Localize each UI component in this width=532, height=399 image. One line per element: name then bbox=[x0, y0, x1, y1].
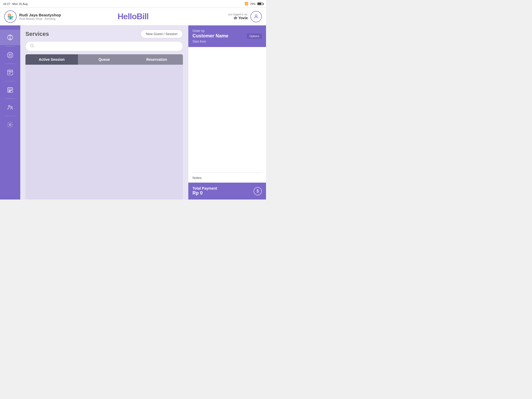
tab-reservation[interactable]: Reservation bbox=[130, 54, 183, 65]
right-panel: Order by Customer Name Options Start fro… bbox=[188, 25, 266, 200]
sidebar-item-settings[interactable] bbox=[0, 117, 20, 132]
total-payment-section: Total Payment Rp 0 $ bbox=[188, 183, 266, 200]
svg-point-9 bbox=[30, 44, 33, 47]
shop-details: Rudi Jaya Beautyshop Rudi Beauty Shop - … bbox=[19, 13, 61, 20]
total-payment-label: Total Payment bbox=[192, 186, 217, 190]
tab-queue[interactable]: Queue bbox=[78, 54, 130, 65]
app-title: HelloBill bbox=[118, 12, 149, 21]
user-name: dr Yovie bbox=[228, 16, 248, 20]
battery-indicator bbox=[257, 2, 263, 5]
user-info: you logged in as, dr Yovie bbox=[228, 13, 248, 20]
sidebar-divider-5 bbox=[5, 116, 15, 116]
notes-section: Notes: bbox=[188, 173, 266, 183]
total-info: Total Payment Rp 0 bbox=[192, 186, 217, 196]
order-list-area bbox=[188, 47, 266, 172]
sidebar-item-services[interactable] bbox=[0, 30, 20, 45]
sidebar-divider-2 bbox=[5, 64, 15, 64]
sidebar-item-calendar[interactable] bbox=[0, 82, 20, 97]
app-header: 🏪 Rudi Jaya Beautyshop Rudi Beauty Shop … bbox=[0, 8, 266, 25]
user-avatar[interactable] bbox=[250, 11, 262, 22]
status-bar: 16:27 Mon 16 Aug 📶 79% bbox=[0, 0, 266, 8]
sidebar bbox=[0, 25, 20, 200]
search-box bbox=[25, 41, 183, 51]
notes-label: Notes: bbox=[192, 176, 202, 180]
search-container bbox=[20, 41, 188, 54]
battery-percent: 79% bbox=[250, 2, 256, 5]
logged-in-label: you logged in as, bbox=[228, 13, 248, 16]
total-amount: Rp 0 bbox=[192, 190, 217, 196]
main-layout: Services New Guest / Session Active Sess… bbox=[0, 25, 266, 200]
tab-content-area bbox=[25, 65, 183, 200]
order-by-row: Customer Name Options bbox=[192, 33, 262, 39]
time-display: 16:27 bbox=[3, 2, 10, 5]
svg-point-2 bbox=[7, 52, 13, 58]
order-by-section: Order by Customer Name Options Start fro… bbox=[188, 25, 266, 47]
user-section: you logged in as, dr Yovie bbox=[176, 11, 262, 22]
shop-subtitle: Rudi Beauty Shop - Kemang bbox=[19, 17, 61, 20]
app-title-section: HelloBill bbox=[90, 12, 176, 21]
sidebar-divider-4 bbox=[5, 98, 15, 99]
svg-point-0 bbox=[255, 15, 257, 16]
svg-point-8 bbox=[9, 124, 11, 126]
svg-point-6 bbox=[9, 105, 10, 107]
content-area: Services New Guest / Session Active Sess… bbox=[20, 25, 188, 200]
search-icon bbox=[30, 44, 34, 49]
tab-active-session[interactable]: Active Session bbox=[25, 54, 78, 65]
tabs-container: Active Session Queue Reservation bbox=[25, 54, 183, 65]
order-by-label: Order by bbox=[192, 29, 262, 33]
wifi-icon: 📶 bbox=[245, 2, 248, 5]
battery-fill bbox=[258, 3, 261, 5]
date-display: Mon 16 Aug bbox=[12, 2, 28, 5]
page-title: Services bbox=[25, 31, 49, 37]
sidebar-item-team[interactable] bbox=[0, 100, 20, 115]
start-from-label: Start from bbox=[192, 40, 262, 43]
svg-point-7 bbox=[11, 106, 12, 108]
options-button[interactable]: Options bbox=[247, 34, 262, 39]
services-header: Services New Guest / Session bbox=[20, 25, 188, 41]
sidebar-divider-3 bbox=[5, 81, 15, 81]
payment-icon[interactable]: $ bbox=[254, 187, 262, 195]
sidebar-item-menu[interactable] bbox=[0, 65, 20, 80]
search-input[interactable] bbox=[37, 44, 178, 48]
new-guest-session-button[interactable]: New Guest / Session bbox=[141, 30, 183, 38]
svg-point-3 bbox=[9, 54, 11, 56]
shop-info-section: 🏪 Rudi Jaya Beautyshop Rudi Beauty Shop … bbox=[4, 10, 90, 23]
shop-logo: 🏪 bbox=[4, 10, 17, 23]
order-by-value: Customer Name bbox=[192, 33, 228, 39]
shop-name: Rudi Jaya Beautyshop bbox=[19, 13, 61, 17]
sidebar-divider-1 bbox=[5, 46, 15, 46]
sidebar-item-tags[interactable] bbox=[0, 48, 20, 63]
tabs: Active Session Queue Reservation bbox=[25, 54, 183, 65]
